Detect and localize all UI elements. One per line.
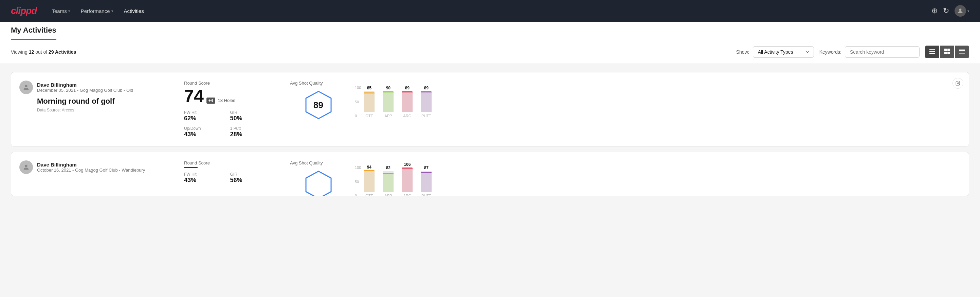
hexagon	[303, 169, 334, 196]
svg-rect-6	[944, 52, 947, 54]
activity-type-select[interactable]: All Activity Types	[753, 46, 814, 58]
filter-bar: Viewing 12 out of 29 Activities Show: Al…	[0, 40, 980, 64]
hexagon: 89	[303, 90, 334, 120]
add-icon[interactable]: ⊕	[931, 6, 937, 15]
stat-1putt-label: 1 Putt	[230, 126, 268, 131]
avatar	[955, 5, 966, 17]
bar-x-label: OTT	[365, 114, 373, 118]
bar-value-label: 85	[367, 86, 371, 90]
stat-fw-hit-label: FW Hit	[184, 110, 222, 115]
svg-rect-7	[947, 52, 950, 54]
chart-bar-col: 82APP	[383, 166, 394, 196]
stat-item: GIR 56%	[230, 172, 268, 184]
user-date: October 16, 2021 - Gog Magog Golf Club -…	[37, 168, 145, 172]
performance-chevron-icon: ▾	[111, 9, 113, 13]
bar-value-label: 106	[404, 162, 410, 167]
bar-x-label: ARG	[403, 114, 411, 118]
y-label-100: 100	[355, 86, 361, 90]
chart-bar-col: 94OTT	[364, 166, 375, 196]
nav-performance-label: Performance	[81, 8, 110, 14]
hexagon-container	[290, 169, 347, 196]
svg-rect-4	[944, 49, 947, 51]
chart-bar-col: 106ARG	[402, 166, 412, 196]
view-toggles	[925, 46, 969, 58]
stat-gir-value: 56%	[230, 177, 268, 184]
round-score-label: Round Score	[184, 160, 268, 166]
show-label: Show:	[736, 49, 749, 55]
compact-view-button[interactable]	[955, 46, 969, 58]
viewing-middle: out of	[34, 49, 49, 55]
y-label-50: 50	[355, 100, 361, 104]
bar-x-label: APP	[384, 114, 392, 118]
quality-score: 89	[313, 100, 323, 110]
chart-bar-col: 85OTT	[364, 86, 375, 118]
activity-card: Dave Billingham October 16, 2021 - Gog M…	[11, 152, 969, 196]
card-stats: Round Score FW Hit 43% GIR 56%	[173, 160, 268, 184]
chart-bar-col: 89PUTT	[421, 86, 431, 118]
user-info: Dave Billingham October 16, 2021 - Gog M…	[37, 162, 145, 172]
svg-rect-2	[929, 51, 935, 52]
nav-teams-label: Teams	[52, 8, 67, 14]
bar-value-label: 94	[367, 165, 371, 169]
stat-item: FW Hit 43%	[184, 172, 222, 184]
grid-view-button[interactable]	[940, 46, 954, 58]
refresh-icon[interactable]: ↻	[943, 6, 949, 15]
stat-gir-label: GIR	[230, 172, 268, 177]
score-badge: +4	[207, 97, 215, 104]
nav-item-teams[interactable]: Teams ▾	[48, 5, 74, 17]
nav-item-performance[interactable]: Performance ▾	[77, 5, 117, 17]
edit-button[interactable]	[953, 78, 963, 89]
svg-rect-1	[929, 49, 935, 50]
main-header: clippd Teams ▾ Performance ▾ Activities …	[0, 0, 980, 22]
avatar-button[interactable]: ▾	[955, 5, 969, 17]
teams-chevron-icon: ▾	[68, 9, 70, 13]
viewing-total: 29	[49, 49, 54, 55]
stat-gir-label: GIR	[230, 110, 268, 115]
page-title: My Activities	[11, 26, 56, 40]
logo[interactable]: clippd	[11, 5, 37, 16]
bar-x-label: OTT	[365, 194, 373, 196]
stat-fw-hit-value: 43%	[184, 177, 222, 184]
y-label-50: 50	[355, 180, 361, 184]
svg-rect-3	[929, 53, 935, 54]
avatar-chevron-icon: ▾	[967, 9, 969, 13]
keywords-group: Keywords:	[819, 46, 920, 58]
svg-marker-15	[306, 171, 331, 196]
user-name: Dave Billingham	[37, 82, 133, 88]
viewing-text: Viewing 12 out of 29 Activities	[11, 49, 731, 55]
activities-main: Dave Billingham December 05, 2021 - Gog …	[0, 64, 980, 204]
svg-rect-9	[959, 50, 965, 51]
card-chart: 100 50 0 94OTT82APP106ARG87PUTT	[347, 160, 961, 196]
activity-title: Morning round of golf	[19, 97, 162, 106]
main-nav: Teams ▾ Performance ▾ Activities	[48, 5, 148, 17]
stat-updown-value: 43%	[184, 131, 222, 138]
viewing-count: 12	[29, 49, 34, 55]
user-avatar	[19, 81, 33, 94]
user-name: Dave Billingham	[37, 162, 145, 168]
stat-grid: FW Hit 43% GIR 56%	[184, 172, 268, 184]
chart-bar-col: 90APP	[383, 86, 394, 118]
svg-rect-11	[959, 53, 965, 54]
user-avatar	[19, 160, 33, 174]
score-big: 74	[184, 87, 204, 105]
y-label-0: 0	[355, 194, 361, 196]
activity-card: Dave Billingham December 05, 2021 - Gog …	[11, 72, 969, 147]
holes-text: 18 Holes	[218, 98, 235, 103]
svg-point-12	[25, 85, 27, 87]
quality-title: Avg Shot Quality	[290, 81, 347, 86]
header-right: ⊕ ↻ ▾	[931, 5, 969, 17]
bar-value-label: 89	[424, 86, 428, 90]
list-view-button[interactable]	[925, 46, 939, 58]
nav-item-activities[interactable]: Activities	[120, 5, 148, 17]
user-row: Dave Billingham October 16, 2021 - Gog M…	[19, 160, 162, 174]
stat-1putt-value: 28%	[230, 131, 268, 138]
bar-value-label: 87	[424, 166, 428, 170]
card-left: Dave Billingham October 16, 2021 - Gog M…	[19, 160, 162, 177]
data-source: Data Source: Arccos	[19, 108, 162, 112]
search-input[interactable]	[845, 46, 920, 58]
viewing-prefix: Viewing	[11, 49, 29, 55]
stat-item: Up/Down 43%	[184, 126, 222, 138]
bar-x-label: PUTT	[422, 114, 431, 118]
stat-grid: FW Hit 62% GIR 50% Up/Down 43% 1 Putt 28…	[184, 110, 268, 138]
svg-rect-8	[959, 49, 965, 50]
